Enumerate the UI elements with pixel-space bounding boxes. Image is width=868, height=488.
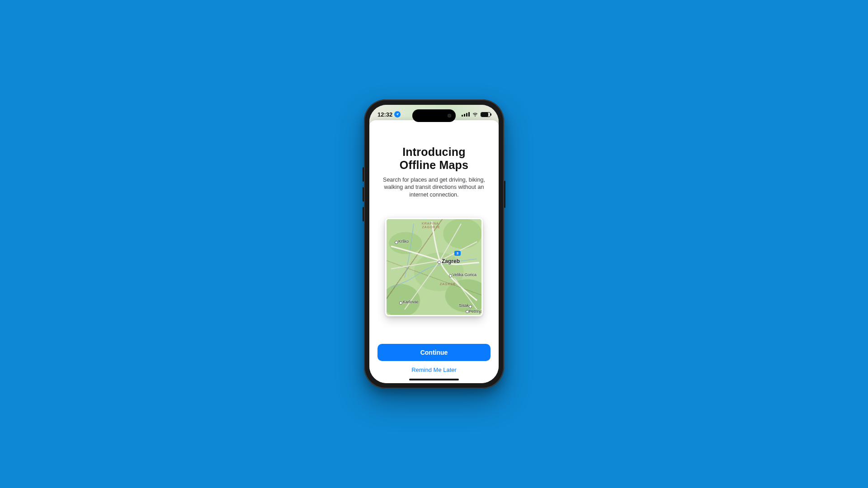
svg-line-3 xyxy=(391,261,440,269)
dynamic-island xyxy=(412,109,456,122)
sheet-description: Search for places and get driving, bikin… xyxy=(382,176,486,199)
title-line-2: Offline Maps xyxy=(400,159,468,172)
phone-frame: 12:32 Introducing xyxy=(364,99,504,389)
city-label: Sisak xyxy=(459,303,469,308)
battery-icon xyxy=(481,112,491,117)
cellular-signal-icon xyxy=(462,112,470,117)
button-row: Continue Remind Me Later xyxy=(369,344,499,383)
offline-maps-sheet: Introducing Offline Maps Search for plac… xyxy=(369,120,499,383)
continue-button[interactable]: Continue xyxy=(377,344,491,361)
city-label: Velika Gorica xyxy=(453,272,476,277)
remind-me-later-button[interactable]: Remind Me Later xyxy=(408,365,460,375)
sheet-title: Introducing Offline Maps xyxy=(400,145,468,172)
map-preview: KRAPINA- ZAGORJE ZAGREB 3 Zagreb Krško K… xyxy=(385,218,483,316)
location-services-icon xyxy=(394,111,401,117)
map-roads xyxy=(387,219,481,315)
city-label: Krško xyxy=(398,239,409,244)
stage: 12:32 Introducing xyxy=(0,0,868,488)
city-label: Karlovac xyxy=(403,300,419,304)
home-indicator[interactable] xyxy=(409,379,459,380)
city-label: Petrinja xyxy=(469,309,483,314)
region-label: KRAPINA- ZAGORJE xyxy=(422,222,440,229)
city-label-main: Zagreb xyxy=(442,258,460,264)
title-line-1: Introducing xyxy=(400,145,468,159)
region-label: ZAGREB xyxy=(440,282,456,286)
wifi-icon xyxy=(472,111,478,117)
route-shield: 3 xyxy=(454,251,461,256)
status-time: 12:32 xyxy=(377,111,392,118)
phone-screen: 12:32 Introducing xyxy=(369,105,499,383)
